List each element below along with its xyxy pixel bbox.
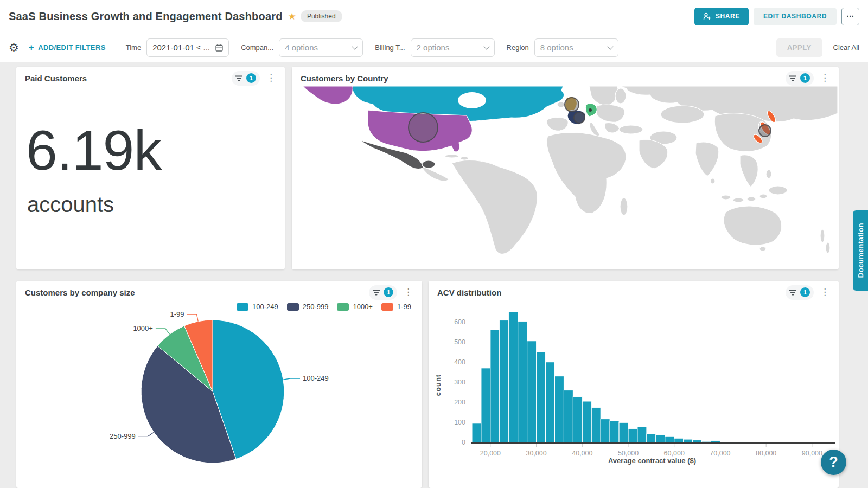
kebab-menu-icon[interactable]: ⋮ bbox=[820, 290, 830, 295]
histogram-y-tick-label: 500 bbox=[454, 338, 465, 346]
histogram-bar-48000[interactable] bbox=[619, 422, 628, 442]
map-land-australia bbox=[724, 206, 782, 245]
map-country-mexico-yucatan[interactable] bbox=[422, 160, 435, 168]
histogram-bar-66000[interactable] bbox=[702, 441, 711, 442]
kebab-menu-icon[interactable]: ⋮ bbox=[820, 75, 830, 81]
legend-swatch bbox=[237, 303, 248, 311]
histogram-bar-60000[interactable] bbox=[674, 438, 684, 442]
filter-funnel-icon bbox=[789, 290, 796, 296]
widget-filter-chip[interactable]: 1 bbox=[786, 285, 814, 300]
histogram-bar-16000[interactable] bbox=[472, 423, 481, 442]
histogram-bar-44000[interactable] bbox=[601, 419, 610, 442]
histogram-x-tick-label: 90,000 bbox=[802, 450, 822, 457]
histogram-bar-70000[interactable] bbox=[720, 442, 729, 442]
map-bubble-marker-germany[interactable] bbox=[589, 108, 592, 112]
map-land-balkans bbox=[605, 123, 620, 133]
map-land-cuba bbox=[445, 155, 459, 158]
legend-label: 1000+ bbox=[353, 303, 373, 311]
histogram-bar-56000[interactable] bbox=[656, 435, 665, 442]
histogram-bar-28000[interactable] bbox=[527, 341, 537, 442]
legend-item-250-999[interactable]: 250-999 bbox=[287, 303, 329, 311]
histogram-y-axis-label: count bbox=[434, 374, 442, 396]
favorite-star-icon[interactable]: ★ bbox=[288, 11, 296, 22]
map-card-title: Customers by Country bbox=[301, 74, 388, 83]
histogram-bar-38000[interactable] bbox=[573, 396, 582, 442]
histogram-bar-46000[interactable] bbox=[610, 421, 619, 442]
map-bubble-marker-united-kingdom[interactable] bbox=[565, 98, 579, 112]
histogram-y-tick-label: 200 bbox=[454, 399, 465, 406]
histogram-bar-50000[interactable] bbox=[628, 428, 637, 442]
widget-filter-chip[interactable]: 1 bbox=[232, 71, 260, 86]
billing-filter-label: Billing T... bbox=[375, 43, 405, 52]
kebab-menu-icon[interactable]: ⋮ bbox=[266, 75, 276, 81]
histogram-bar-64000[interactable] bbox=[693, 440, 702, 442]
map-land-south-america bbox=[452, 160, 537, 254]
kpi-card-paid-customers: Paid Customers 1 ⋮ 6.19k accounts bbox=[16, 67, 285, 269]
histogram-bar-36000[interactable] bbox=[564, 390, 573, 442]
legend-item-100-249[interactable]: 100-249 bbox=[237, 303, 278, 311]
widget-filter-chip[interactable]: 1 bbox=[369, 285, 397, 300]
histogram-x-tick-label: 40,000 bbox=[572, 450, 592, 457]
legend-item-1000+[interactable]: 1000+ bbox=[337, 303, 373, 311]
help-button[interactable]: ? bbox=[821, 450, 846, 475]
pie-legend: 100-249250-9991000+1-99 bbox=[237, 303, 411, 311]
more-options-button[interactable]: ··· bbox=[841, 8, 859, 25]
histogram-bar-40000[interactable] bbox=[582, 401, 591, 442]
histogram-bar-22000[interactable] bbox=[500, 320, 509, 442]
map-bubble-marker-japan[interactable] bbox=[759, 125, 771, 137]
edit-dashboard-button[interactable]: EDIT DASHBOARD bbox=[754, 8, 837, 25]
histogram-bar-62000[interactable] bbox=[684, 439, 693, 442]
gear-icon[interactable]: ⚙ bbox=[9, 41, 19, 54]
map-land-new-guinea bbox=[769, 186, 787, 195]
histogram-bar-52000[interactable] bbox=[637, 427, 647, 442]
histogram-y-tick-label: 600 bbox=[454, 318, 465, 326]
time-filter-input[interactable]: 2021-01-01 ≤ ... bbox=[146, 38, 229, 57]
histogram-bar-54000[interactable] bbox=[647, 434, 656, 442]
legend-swatch bbox=[337, 303, 349, 311]
histogram-bar-34000[interactable] bbox=[554, 376, 564, 442]
kpi-unit-label: accounts bbox=[27, 192, 114, 217]
map-land-indonesia-4 bbox=[760, 194, 767, 198]
map-land-iberia bbox=[547, 118, 568, 131]
kebab-menu-icon[interactable]: ⋮ bbox=[404, 290, 413, 295]
histogram-bar-26000[interactable] bbox=[518, 322, 527, 442]
histogram-bar-68000[interactable] bbox=[711, 441, 720, 442]
time-filter-label: Time bbox=[126, 43, 141, 52]
map-land-indonesia-3 bbox=[747, 197, 756, 201]
pie-leader-line bbox=[187, 314, 199, 322]
chevron-down-icon bbox=[607, 43, 613, 49]
pie-card-customers-by-company-size: Customers by company size 1 ⋮ 100-249250… bbox=[16, 281, 422, 488]
map-land-sri-lanka bbox=[711, 178, 715, 184]
map-bubble-marker-united-states[interactable] bbox=[409, 113, 438, 142]
histogram-bar-20000[interactable] bbox=[490, 330, 500, 442]
billing-filter-select[interactable]: 2 options bbox=[411, 38, 495, 57]
histogram-bar-58000[interactable] bbox=[665, 436, 674, 442]
company-filter-value: 4 options bbox=[285, 43, 318, 52]
pie-label-250-999: 250-999 bbox=[110, 432, 136, 440]
filter-funnel-icon bbox=[235, 75, 242, 81]
legend-item-1-99[interactable]: 1-99 bbox=[381, 303, 411, 311]
documentation-tab[interactable]: Documentation bbox=[853, 210, 868, 291]
legend-swatch bbox=[287, 303, 299, 311]
widget-filter-chip[interactable]: 1 bbox=[786, 71, 814, 86]
clear-all-link[interactable]: Clear All bbox=[833, 43, 859, 52]
apply-button[interactable]: APPLY bbox=[776, 38, 822, 57]
add-edit-filters-button[interactable]: + ADD/EDIT FILTERS bbox=[29, 42, 106, 53]
histogram-bar-74000[interactable] bbox=[738, 442, 748, 442]
pie-label-1-99: 1-99 bbox=[170, 310, 184, 318]
histogram-y-tick-label: 0 bbox=[462, 439, 465, 446]
region-filter-select[interactable]: 8 options bbox=[534, 38, 618, 57]
company-filter-select[interactable]: 4 options bbox=[279, 38, 363, 57]
histogram-bar-30000[interactable] bbox=[537, 352, 546, 442]
histogram-bar-42000[interactable] bbox=[591, 408, 601, 442]
share-button[interactable]: SHARE bbox=[694, 8, 749, 25]
map-bubble-marker-france[interactable] bbox=[574, 112, 585, 123]
histogram-y-tick-label: 300 bbox=[454, 378, 465, 386]
histogram-x-tick-label: 60,000 bbox=[664, 450, 685, 457]
histogram-bar-32000[interactable] bbox=[546, 362, 555, 442]
map-land-new-zealand-north bbox=[820, 229, 825, 242]
histogram-bar-24000[interactable] bbox=[509, 312, 518, 442]
pie-leader-line bbox=[138, 432, 154, 436]
share-user-icon bbox=[703, 12, 711, 21]
histogram-bar-18000[interactable] bbox=[481, 368, 490, 442]
